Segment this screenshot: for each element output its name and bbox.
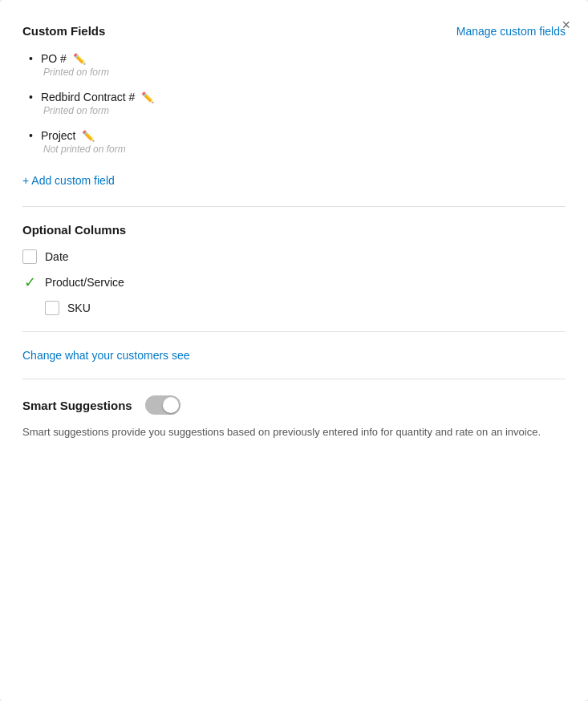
- field-subtitle-project: Not printed on form: [43, 144, 566, 155]
- edit-icon-redbird[interactable]: ✏️: [141, 91, 154, 103]
- checkbox-sku[interactable]: [45, 301, 59, 315]
- checkbox-row-product: ✓ Product/Service: [22, 275, 566, 290]
- smart-suggestions-header: Smart Suggestions: [22, 395, 566, 415]
- field-name-row-redbird: • Redbird Contract # ✏️: [29, 91, 566, 103]
- checkbox-date[interactable]: [22, 249, 37, 264]
- custom-fields-header: Custom Fields Manage custom fields: [22, 24, 566, 38]
- bullet-project: •: [29, 129, 33, 142]
- optional-columns-section: Optional Columns Date ✓ Product/Service …: [22, 223, 566, 315]
- toggle-knob: [163, 397, 179, 413]
- edit-icon-po[interactable]: ✏️: [73, 53, 86, 65]
- change-customers-link[interactable]: Change what your customers see: [22, 349, 190, 362]
- bullet-redbird: •: [29, 91, 33, 103]
- checkbox-label-sku: SKU: [67, 302, 91, 314]
- checkbox-row-sku: SKU: [45, 301, 566, 315]
- divider-3: [22, 379, 566, 379]
- change-customers-section: Change what your customers see: [22, 348, 566, 363]
- custom-field-redbird: • Redbird Contract # ✏️ Printed on form: [29, 91, 566, 116]
- checkbox-row-date: Date: [22, 249, 566, 264]
- custom-fields-title: Custom Fields: [22, 24, 105, 38]
- checkbox-product[interactable]: ✓: [22, 275, 37, 290]
- field-name-project: Project: [41, 129, 76, 142]
- custom-field-project: • Project ✏️ Not printed on form: [29, 129, 566, 155]
- modal-content: Custom Fields Manage custom fields • PO …: [0, 0, 588, 463]
- manage-custom-fields-link[interactable]: Manage custom fields: [456, 25, 566, 38]
- checkbox-label-product: Product/Service: [45, 276, 124, 289]
- smart-suggestions-description: Smart suggestions provide you suggestion…: [22, 424, 566, 440]
- custom-field-po: • PO # ✏️ Printed on form: [29, 52, 566, 78]
- field-name-row-project: • Project ✏️: [29, 129, 566, 142]
- checkbox-label-date: Date: [45, 250, 69, 263]
- field-name-po: PO #: [41, 52, 67, 65]
- optional-columns-title: Optional Columns: [22, 223, 566, 237]
- smart-suggestions-toggle[interactable]: [145, 395, 180, 415]
- close-button[interactable]: ×: [558, 14, 574, 35]
- edit-icon-project[interactable]: ✏️: [82, 130, 95, 142]
- smart-suggestions-title: Smart Suggestions: [22, 399, 132, 412]
- modal-container: × Custom Fields Manage custom fields • P…: [0, 0, 588, 701]
- divider-2: [22, 331, 566, 332]
- field-name-row-po: • PO # ✏️: [29, 52, 566, 65]
- field-name-redbird: Redbird Contract #: [41, 91, 136, 103]
- bullet-po: •: [29, 52, 33, 65]
- divider-1: [22, 206, 566, 207]
- field-subtitle-redbird: Printed on form: [43, 105, 566, 116]
- field-subtitle-po: Printed on form: [43, 67, 566, 78]
- add-custom-field-link[interactable]: + Add custom field: [22, 174, 115, 187]
- smart-suggestions-section: Smart Suggestions Smart suggestions prov…: [22, 395, 566, 440]
